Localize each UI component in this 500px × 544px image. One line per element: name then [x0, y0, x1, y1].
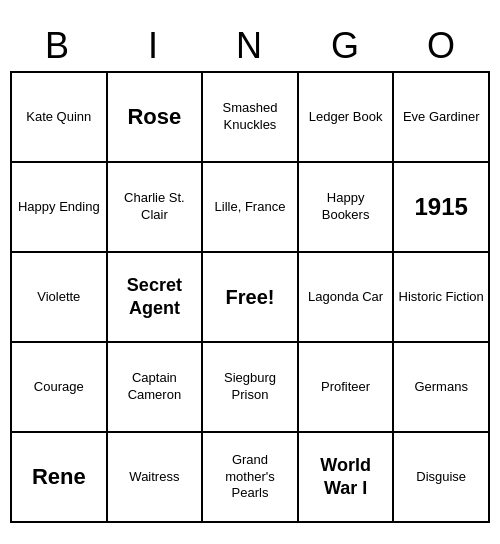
bingo-cell-4[interactable]: Eve Gardiner	[394, 73, 490, 163]
bingo-cell-24[interactable]: Disguise	[394, 433, 490, 523]
bingo-cell-20[interactable]: Rene	[12, 433, 108, 523]
bingo-cell-17[interactable]: Siegburg Prison	[203, 343, 299, 433]
bingo-cell-10[interactable]: Violette	[12, 253, 108, 343]
bingo-cell-22[interactable]: Grand mother's Pearls	[203, 433, 299, 523]
bingo-cell-13[interactable]: Lagonda Car	[299, 253, 395, 343]
bingo-cell-2[interactable]: Smashed Knuckles	[203, 73, 299, 163]
bingo-cell-12[interactable]: Free!	[203, 253, 299, 343]
header-b: B	[10, 21, 106, 71]
bingo-cell-21[interactable]: Waitress	[108, 433, 204, 523]
bingo-cell-5[interactable]: Happy Ending	[12, 163, 108, 253]
bingo-cell-0[interactable]: Kate Quinn	[12, 73, 108, 163]
bingo-cell-6[interactable]: Charlie St. Clair	[108, 163, 204, 253]
bingo-cell-9[interactable]: 1915	[394, 163, 490, 253]
bingo-cell-19[interactable]: Germans	[394, 343, 490, 433]
header-g: G	[298, 21, 394, 71]
bingo-cell-14[interactable]: Historic Fiction	[394, 253, 490, 343]
bingo-cell-3[interactable]: Ledger Book	[299, 73, 395, 163]
bingo-header: B I N G O	[10, 21, 490, 71]
header-i: I	[106, 21, 202, 71]
bingo-cell-7[interactable]: Lille, France	[203, 163, 299, 253]
bingo-cell-15[interactable]: Courage	[12, 343, 108, 433]
header-n: N	[202, 21, 298, 71]
bingo-cell-18[interactable]: Profiteer	[299, 343, 395, 433]
header-o: O	[394, 21, 490, 71]
bingo-cell-23[interactable]: World War I	[299, 433, 395, 523]
bingo-cell-1[interactable]: Rose	[108, 73, 204, 163]
bingo-card: B I N G O Kate QuinnRoseSmashed Knuckles…	[10, 21, 490, 523]
bingo-grid: Kate QuinnRoseSmashed KnucklesLedger Boo…	[10, 71, 490, 523]
bingo-cell-11[interactable]: Secret Agent	[108, 253, 204, 343]
bingo-cell-8[interactable]: Happy Bookers	[299, 163, 395, 253]
bingo-cell-16[interactable]: Captain Cameron	[108, 343, 204, 433]
